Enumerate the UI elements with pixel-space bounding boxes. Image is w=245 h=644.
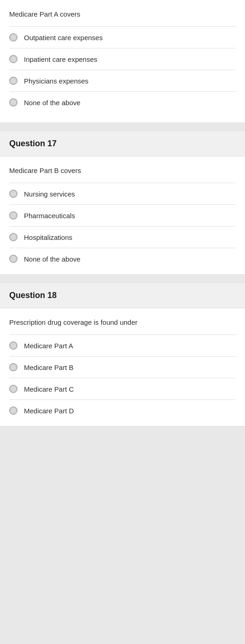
options-list-partial: Outpatient care expenses Inpatient care … (9, 26, 236, 113)
option-label: Pharmaceuticals (24, 212, 75, 220)
options-list-18: Medicare Part A Medicare Part B Medicare… (9, 334, 236, 421)
question-block-partial: Medicare Part A covers Outpatient care e… (0, 0, 245, 122)
question-text-partial: Medicare Part A covers (9, 9, 236, 19)
question-title-17: Question 17 (9, 139, 236, 149)
option-label: None of the above (24, 255, 81, 263)
question-block-18: Question 18 Prescription drug coverage i… (0, 283, 245, 426)
radio-icon (9, 211, 18, 220)
list-item[interactable]: Physicians expenses (9, 70, 236, 92)
option-label: Medicare Part D (24, 407, 74, 415)
list-item[interactable]: Inpatient care expenses (9, 48, 236, 70)
radio-icon (9, 406, 18, 415)
option-label: Hospitalizations (24, 233, 72, 241)
question-block-17: Question 17 Medicare Part B covers Nursi… (0, 131, 245, 274)
list-item[interactable]: Outpatient care expenses (9, 27, 236, 48)
option-label: Physicians expenses (24, 77, 88, 85)
radio-icon (9, 190, 18, 198)
radio-icon (9, 77, 18, 85)
option-label: Medicare Part A (24, 342, 73, 350)
list-item[interactable]: Medicare Part C (9, 378, 236, 400)
radio-icon (9, 55, 18, 63)
list-item[interactable]: Medicare Part A (9, 335, 236, 357)
question-body-partial: Medicare Part A covers Outpatient care e… (0, 0, 245, 118)
list-item[interactable]: None of the above (9, 248, 236, 269)
question-text-18: Prescription drug coverage is found unde… (9, 317, 236, 327)
question-body-18: Prescription drug coverage is found unde… (0, 308, 245, 426)
option-label: Inpatient care expenses (24, 55, 97, 63)
options-list-17: Nursing services Pharmaceuticals Hospita… (9, 183, 236, 269)
list-item[interactable]: None of the above (9, 92, 236, 113)
radio-icon (9, 233, 18, 241)
question-body-17: Medicare Part B covers Nursing services … (0, 156, 245, 274)
question-title-18: Question 18 (9, 291, 236, 300)
question-header-17: Question 17 (0, 131, 245, 156)
radio-icon (9, 33, 18, 42)
option-label: Outpatient care expenses (24, 34, 103, 42)
question-text-17: Medicare Part B covers (9, 166, 236, 175)
radio-icon (9, 255, 18, 263)
option-label: Medicare Part C (24, 385, 74, 393)
option-label: None of the above (24, 99, 81, 107)
list-item[interactable]: Pharmaceuticals (9, 205, 236, 227)
radio-icon (9, 385, 18, 393)
list-item[interactable]: Medicare Part D (9, 400, 236, 421)
option-label: Medicare Part B (24, 364, 74, 371)
list-item[interactable]: Medicare Part B (9, 357, 236, 378)
question-header-18: Question 18 (0, 283, 245, 308)
radio-icon (9, 363, 18, 371)
list-item[interactable]: Nursing services (9, 183, 236, 205)
radio-icon (9, 98, 18, 107)
option-label: Nursing services (24, 190, 75, 198)
list-item[interactable]: Hospitalizations (9, 227, 236, 248)
radio-icon (9, 341, 18, 350)
